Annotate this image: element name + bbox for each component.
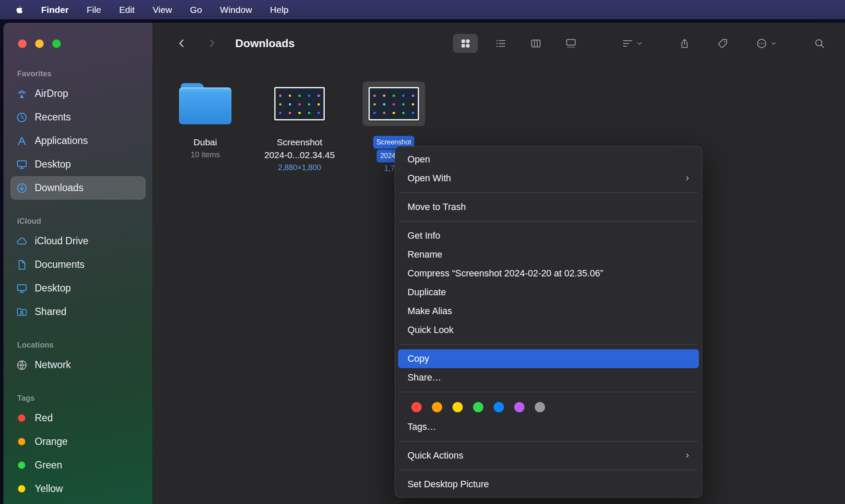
sidebar-item-shared[interactable]: Shared <box>10 300 146 324</box>
sidebar-item-label: Desktop <box>35 282 71 294</box>
context-menu-item-compress[interactable]: Compress “Screenshot 2024-02-20 at 02.35… <box>398 264 699 283</box>
purple-tag-swatch[interactable] <box>514 402 524 412</box>
sidebar-item-label: Red <box>35 412 53 424</box>
page-title: Downloads <box>235 37 295 50</box>
menu-item-label: Make Alias <box>408 306 691 317</box>
gray-tag-swatch[interactable] <box>535 402 545 412</box>
blue-tag-swatch[interactable] <box>494 402 504 412</box>
menu-window[interactable]: Window <box>211 0 261 19</box>
context-menu-item-quick-look[interactable]: Quick Look <box>398 321 699 339</box>
orange-tag-swatch[interactable] <box>432 402 442 412</box>
context-menu-item-tags[interactable]: Tags… <box>398 417 699 436</box>
context-menu-item-move-to-trash[interactable]: Move to Trash <box>398 198 699 216</box>
context-menu: Open Open With Move to Trash Get Info Re… <box>395 146 702 498</box>
minimize-button[interactable] <box>35 39 44 48</box>
sidebar-item-label: Green <box>35 459 62 471</box>
group-by-icon <box>622 38 633 49</box>
context-menu-item-quick-actions[interactable]: Quick Actions <box>398 446 699 465</box>
clock-icon <box>15 111 28 124</box>
sidebar-tag-red[interactable]: Red <box>10 406 146 430</box>
menu-bar: Finder File Edit View Go Window Help <box>0 0 845 19</box>
menu-item-label: Open <box>408 154 691 165</box>
menu-item-label: Set Desktop Picture <box>408 479 691 490</box>
close-button[interactable] <box>18 39 27 48</box>
columns-view-icon <box>530 38 542 49</box>
share-button[interactable] <box>679 38 690 49</box>
file-screenshot-1[interactable]: Screenshot 2024-0...02.34.45 2,880×1,800 <box>252 78 347 174</box>
orange-tag-icon <box>18 438 25 445</box>
menu-separator <box>399 192 698 193</box>
context-menu-item-open-with[interactable]: Open With <box>398 169 699 188</box>
yellow-tag-swatch[interactable] <box>452 402 463 412</box>
sidebar: Favorites AirDrop Recents Applications D… <box>3 23 153 504</box>
red-tag-swatch[interactable] <box>411 402 422 412</box>
menu-separator <box>399 392 698 392</box>
back-button[interactable] <box>176 38 187 49</box>
sidebar-item-recents[interactable]: Recents <box>10 105 146 129</box>
file-name: Dubai <box>194 136 217 149</box>
green-tag-icon <box>18 462 25 469</box>
context-menu-item-open[interactable]: Open <box>398 150 699 169</box>
file-dubai-folder[interactable]: Dubai 10 items <box>158 78 252 174</box>
search-button[interactable] <box>814 38 825 49</box>
tag-icon <box>717 38 728 49</box>
context-menu-item-set-desktop-picture[interactable]: Set Desktop Picture <box>398 475 699 494</box>
menu-separator <box>399 344 698 345</box>
menu-file[interactable]: File <box>78 0 110 19</box>
menu-help[interactable]: Help <box>261 0 297 19</box>
menu-finder[interactable]: Finder <box>32 0 78 19</box>
context-menu-item-share[interactable]: Share… <box>398 368 699 387</box>
tags-button[interactable] <box>717 38 728 49</box>
desktop-icon <box>15 282 28 295</box>
sidebar-item-label: Orange <box>35 436 68 447</box>
submenu-chevron-icon <box>684 452 691 459</box>
context-menu-item-get-info[interactable]: Get Info <box>398 226 699 245</box>
sidebar-item-label: Documents <box>35 259 84 270</box>
gallery-view-button[interactable] <box>558 34 583 53</box>
icon-view-button[interactable] <box>453 34 478 53</box>
group-by-button[interactable] <box>622 38 643 49</box>
screenshot-thumbnail <box>274 87 325 120</box>
sidebar-section-favorites: Favorites <box>17 69 153 78</box>
context-menu-item-make-alias[interactable]: Make Alias <box>398 302 699 321</box>
search-icon <box>814 38 825 49</box>
forward-button[interactable] <box>206 38 217 49</box>
sidebar-tag-orange[interactable]: Orange <box>10 430 146 453</box>
sidebar-item-label: Shared <box>35 306 66 318</box>
sidebar-item-documents[interactable]: Documents <box>10 253 146 276</box>
sidebar-item-icloud-drive[interactable]: iCloud Drive <box>10 229 146 253</box>
cloud-icon <box>15 235 28 248</box>
sidebar-item-network[interactable]: Network <box>10 353 146 377</box>
context-menu-item-copy[interactable]: Copy <box>398 349 699 368</box>
context-menu-item-rename[interactable]: Rename <box>398 245 699 264</box>
sidebar-item-applications[interactable]: Applications <box>10 129 146 153</box>
sidebar-section-tags: Tags <box>17 394 153 403</box>
sidebar-item-airdrop[interactable]: AirDrop <box>10 82 146 105</box>
more-actions-button[interactable] <box>756 38 777 49</box>
sidebar-item-label: Recents <box>35 111 71 123</box>
list-view-button[interactable] <box>488 34 513 53</box>
view-switcher <box>453 34 583 53</box>
zoom-button[interactable] <box>52 39 61 48</box>
chevron-down-icon <box>770 40 777 47</box>
sidebar-item-downloads[interactable]: Downloads <box>10 176 146 200</box>
sidebar-item-desktop-icloud[interactable]: Desktop <box>10 276 146 300</box>
column-view-button[interactable] <box>523 34 548 53</box>
context-menu-item-duplicate[interactable]: Duplicate <box>398 283 699 302</box>
green-tag-swatch[interactable] <box>473 402 483 412</box>
menu-go[interactable]: Go <box>181 0 211 19</box>
menu-item-label: Move to Trash <box>408 202 691 213</box>
menu-edit[interactable]: Edit <box>110 0 144 19</box>
screenshot-thumbnail <box>369 87 419 120</box>
sidebar-item-desktop[interactable]: Desktop <box>10 153 146 176</box>
sidebar-item-label: Applications <box>35 135 88 147</box>
sidebar-item-label: Desktop <box>35 159 71 170</box>
menu-view[interactable]: View <box>144 0 181 19</box>
menu-item-label: Share… <box>408 372 691 383</box>
apple-menu[interactable] <box>16 6 23 14</box>
menu-item-label: Get Info <box>408 231 691 241</box>
sidebar-tag-green[interactable]: Green <box>10 453 146 477</box>
sidebar-tag-yellow[interactable]: Yellow <box>10 477 146 501</box>
menu-separator <box>399 221 698 222</box>
sidebar-item-label: AirDrop <box>35 88 68 99</box>
